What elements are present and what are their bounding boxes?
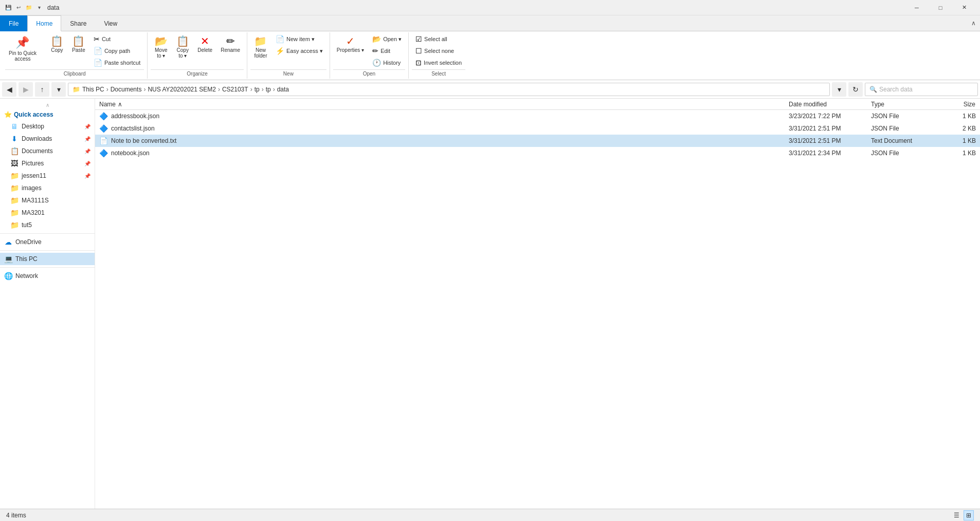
clipboard-items: 📌 Pin to Quickaccess 📋 Copy 📋 Paste — [5, 33, 144, 68]
select-none-button[interactable]: ☐ Select none — [412, 45, 465, 57]
refresh-button[interactable]: ↻ — [848, 82, 863, 97]
select-all-button[interactable]: ☑ Select all — [412, 33, 465, 45]
minimize-button[interactable]: ─ — [905, 0, 929, 15]
details-view-button[interactable]: ☰ — [951, 510, 961, 520]
sidebar-item-downloads[interactable]: ⬇ Downloads 📌 — [0, 133, 95, 145]
sidebar-section-quick-access: ⭐ Quick access 🖥 Desktop 📌 ⬇ Downloads 📌… — [0, 109, 95, 231]
statusbar: 4 items ☰ ⊞ — [0, 509, 980, 521]
invert-selection-button[interactable]: ⊡ Invert selection — [412, 57, 465, 68]
quick-access-header[interactable]: ⭐ Quick access — [0, 109, 95, 120]
sidebar-item-pictures[interactable]: 🖼 Pictures 📌 — [0, 157, 95, 170]
clipboard-small-btns: ✂ Cut 📄 Copy path 📄 Paste shortcut — [90, 33, 144, 68]
close-button[interactable]: ✕ — [952, 0, 976, 15]
pictures-label: Pictures — [22, 160, 44, 167]
main-area: ∧ ⭐ Quick access 🖥 Desktop 📌 ⬇ Downloads… — [0, 99, 980, 509]
pin-to-quick-access-button[interactable]: 📌 Pin to Quickaccess — [5, 33, 40, 64]
dropdown-icon[interactable]: ▾ — [35, 4, 43, 12]
sidebar-item-tut5[interactable]: 📁 tut5 — [0, 219, 95, 231]
table-row[interactable]: 🔷 addressbook.json 3/23/2021 7:22 PM JSO… — [95, 110, 980, 122]
sidebar-divider-3 — [0, 267, 95, 268]
col-header-date[interactable]: Date modified — [785, 99, 867, 109]
new-folder-button[interactable]: 📁 Newfolder — [250, 33, 271, 61]
paste-shortcut-button[interactable]: 📄 Paste shortcut — [90, 57, 144, 68]
ribbon: File Home Share View ∧ 📌 Pin to Quickacc… — [0, 15, 980, 80]
ribbon-group-clipboard: 📌 Pin to Quickaccess 📋 Copy 📋 Paste — [2, 32, 148, 79]
tab-file[interactable]: File — [0, 15, 27, 31]
new-small-btns: 📄 New item ▾ ⚡ Easy access ▾ — [272, 33, 326, 57]
open-button[interactable]: 📂 Open ▾ — [369, 33, 405, 45]
address-bar[interactable]: 📁 This PC › Documents › NUS AY20202021 S… — [68, 83, 830, 96]
desktop-pin-icon: 📌 — [84, 124, 90, 129]
search-placeholder: Search data — [879, 86, 913, 93]
clipboard-label: Clipboard — [5, 69, 144, 78]
organize-label: Organize — [151, 69, 244, 78]
col-header-name[interactable]: Name ∧ — [95, 99, 785, 109]
delete-button[interactable]: ✕ Delete — [194, 33, 216, 55]
table-row[interactable]: 🔷 contactslist.json 3/31/2021 2:51 PM JS… — [95, 122, 980, 135]
file-name-cell: 📄 Note to be converted.txt — [95, 137, 785, 145]
back-button[interactable]: ◀ — [2, 82, 16, 97]
copy-button[interactable]: 📋 Copy — [47, 33, 67, 55]
tab-view[interactable]: View — [95, 15, 126, 31]
sidebar-item-network[interactable]: 🌐 Network — [0, 270, 95, 282]
table-row[interactable]: 🔷 notebook.json 3/31/2021 2:34 PM JSON F… — [95, 147, 980, 159]
rename-button[interactable]: ✏ Rename — [217, 33, 244, 55]
documents-label: Documents — [22, 147, 53, 155]
move-to-icon: 📂 — [155, 36, 168, 46]
expand-address-button[interactable]: ▾ — [832, 82, 846, 97]
documents-icon: 📋 — [10, 147, 19, 155]
new-item-button[interactable]: 📄 New item ▾ — [272, 33, 326, 45]
col-header-size[interactable]: Size — [939, 99, 980, 109]
tut5-label: tut5 — [22, 221, 32, 229]
copy-paste-group: 📋 Copy 📋 Paste — [47, 33, 89, 55]
move-to-button[interactable]: 📂 Moveto ▾ — [151, 33, 171, 61]
up-button[interactable]: ↑ — [35, 82, 49, 97]
invert-icon: ⊡ — [415, 59, 422, 67]
view-buttons: ☰ ⊞ — [951, 510, 974, 520]
large-icons-view-button[interactable]: ⊞ — [964, 510, 974, 520]
organize-items: 📂 Moveto ▾ 📋 Copyto ▾ ✕ Delete ✏ Rename — [151, 33, 244, 68]
forward-button[interactable]: ▶ — [19, 82, 33, 97]
properties-button[interactable]: ✓ Properties ▾ — [333, 33, 368, 55]
open-label: Open — [333, 69, 405, 78]
tab-share[interactable]: Share — [61, 15, 95, 31]
sidebar-item-documents[interactable]: 📋 Documents 📌 — [0, 145, 95, 157]
sidebar-item-thispc[interactable]: 💻 This PC — [0, 253, 95, 265]
edit-button[interactable]: ✏ Edit — [369, 45, 405, 57]
paste-button[interactable]: 📋 Paste — [68, 33, 89, 55]
sidebar-item-desktop[interactable]: 🖥 Desktop 📌 — [0, 120, 95, 133]
sidebar-item-onedrive[interactable]: ☁ OneDrive — [0, 236, 95, 248]
col-header-type[interactable]: Type — [867, 99, 939, 109]
recent-locations-button[interactable]: ▾ — [51, 82, 66, 97]
select-all-icon: ☑ — [415, 35, 422, 43]
sidebar-item-ma3111s[interactable]: 📁 MA3111S — [0, 194, 95, 207]
history-button[interactable]: 🕐 History — [369, 57, 405, 68]
ribbon-group-open: ✓ Properties ▾ 📂 Open ▾ ✏ Edit 🕐 History — [330, 32, 409, 79]
file-size-cell: 1 KB — [939, 137, 980, 144]
file-date-cell: 3/23/2021 7:22 PM — [785, 113, 867, 120]
sidebar-divider-1 — [0, 233, 95, 234]
sidebar-item-images[interactable]: 📁 images — [0, 182, 95, 194]
select-items: ☑ Select all ☐ Select none ⊡ Invert sele… — [412, 33, 465, 68]
maximize-button[interactable]: □ — [929, 0, 952, 15]
copy-path-button[interactable]: 📄 Copy path — [90, 45, 144, 57]
tab-home[interactable]: Home — [27, 15, 61, 31]
file-type-cell: JSON File — [867, 113, 939, 120]
new-item-icon: 📄 — [276, 35, 284, 43]
copy-to-button[interactable]: 📋 Copyto ▾ — [172, 33, 193, 61]
select-btns: ☑ Select all ☐ Select none ⊡ Invert sele… — [412, 33, 465, 68]
easy-access-button[interactable]: ⚡ Easy access ▾ — [272, 45, 326, 57]
file-area: Name ∧ Date modified Type Size 🔷 address… — [95, 99, 980, 509]
sidebar-item-jessen11[interactable]: 📁 jessen11 📌 — [0, 170, 95, 182]
new-items: 📁 Newfolder 📄 New item ▾ ⚡ Easy access ▾ — [250, 33, 326, 68]
table-row[interactable]: 📄 Note to be converted.txt 3/31/2021 2:5… — [95, 135, 980, 147]
cut-button[interactable]: ✂ Cut — [90, 33, 144, 45]
scroll-up[interactable]: ∧ — [0, 101, 95, 109]
documents-pin-icon: 📌 — [84, 148, 90, 154]
sidebar-item-ma3201[interactable]: 📁 MA3201 — [0, 207, 95, 219]
file-list-header: Name ∧ Date modified Type Size — [95, 99, 980, 110]
ribbon-collapse-icon[interactable]: ∧ — [971, 20, 976, 27]
sidebar-divider-2 — [0, 250, 95, 251]
search-box[interactable]: 🔍 Search data — [865, 83, 978, 96]
downloads-pin-icon: 📌 — [84, 136, 90, 142]
